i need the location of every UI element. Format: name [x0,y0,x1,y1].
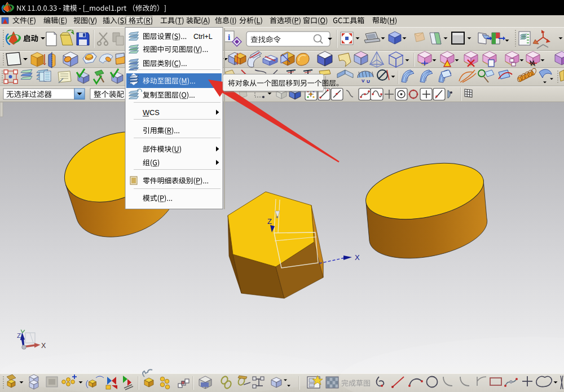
svg-text:WCS: WCS [143,108,160,117]
svg-text:U: U [367,79,370,84]
svg-text:i: i [228,33,230,42]
svg-text:Z: Z [17,332,21,339]
svg-text:Z: Z [267,217,272,226]
svg-text:X: X [41,342,46,350]
svg-text:V: V [362,78,365,83]
svg-text:Ctrl+L: Ctrl+L [193,33,213,41]
svg-text:X: X [355,253,360,262]
